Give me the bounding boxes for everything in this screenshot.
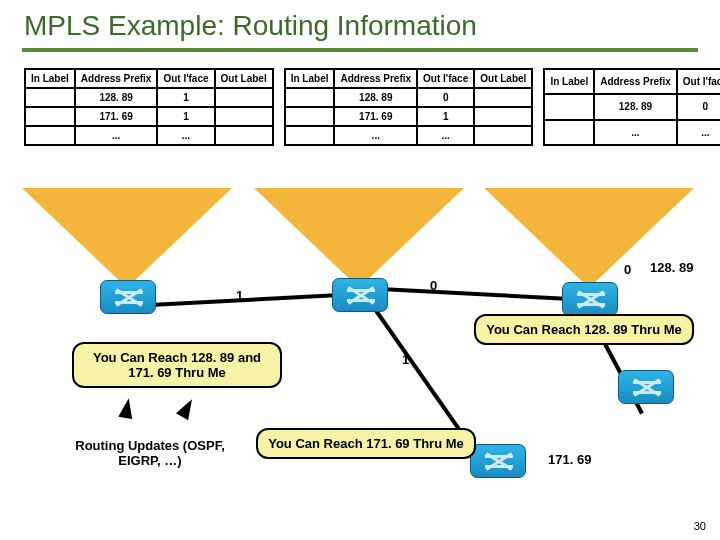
page-title: MPLS Example: Routing Information: [0, 0, 720, 42]
hdr-out-iface: Out I'face: [157, 69, 214, 88]
table-row: 128. 891: [25, 88, 273, 107]
link-center-right: [380, 287, 570, 301]
hdr-out-iface: Out I'face: [677, 69, 720, 94]
table-row: 171. 691: [25, 107, 273, 126]
router-icon: [332, 278, 388, 312]
hdr-out-label: Out Label: [215, 69, 273, 88]
speech-bubble: You Can Reach 171. 69 Thru Me: [256, 428, 476, 459]
table-row: In Label Address Prefix Out I'face Out L…: [25, 69, 273, 88]
routing-tables: In Label Address Prefix Out I'face Out L…: [0, 52, 720, 146]
hdr-out-iface: Out I'face: [417, 69, 474, 88]
hdr-addr: Address Prefix: [334, 69, 417, 88]
table-row: 171. 691: [285, 107, 533, 126]
table-left: In Label Address Prefix Out I'face Out L…: [24, 68, 274, 146]
routing-updates-label: Routing Updates (OSPF, EIGRP, …): [60, 438, 240, 468]
hdr-addr: Address Prefix: [75, 69, 158, 88]
port-label: 0: [430, 278, 437, 293]
table-right: In Label Address Prefix Out I'face Out L…: [543, 68, 720, 146]
wedge-left: [22, 188, 232, 288]
router-icon: [618, 370, 674, 404]
arrow-icon: [118, 397, 135, 419]
port-label: 0: [624, 262, 631, 277]
table-row: ......: [25, 126, 273, 145]
link-left-center: [150, 293, 340, 307]
network-label: 128. 89: [650, 260, 693, 275]
hdr-in-label: In Label: [25, 69, 75, 88]
hdr-out-label: Out Label: [474, 69, 532, 88]
port-label: 1: [236, 288, 243, 303]
speech-bubble: You Can Reach 128. 89 Thru Me: [474, 314, 694, 345]
network-label: 171. 69: [548, 452, 591, 467]
page-number: 30: [694, 520, 706, 532]
table-row: 128. 890: [285, 88, 533, 107]
table-row: In Label Address Prefix Out I'face Out L…: [285, 69, 533, 88]
table-row: ......: [285, 126, 533, 145]
hdr-in-label: In Label: [544, 69, 594, 94]
wedge-center: [254, 188, 464, 288]
arrow-icon: [176, 396, 198, 420]
table-row: In Label Address Prefix Out I'face Out L…: [544, 69, 720, 94]
hdr-in-label: In Label: [285, 69, 335, 88]
router-icon: [100, 280, 156, 314]
hdr-addr: Address Prefix: [594, 69, 677, 94]
speech-bubble: You Can Reach 128. 89 and 171. 69 Thru M…: [72, 342, 282, 388]
table-row: ......: [544, 120, 720, 145]
table-row: 128. 890: [544, 94, 720, 119]
table-center: In Label Address Prefix Out I'face Out L…: [284, 68, 534, 146]
router-icon: [562, 282, 618, 316]
port-label: 1: [402, 352, 409, 367]
router-icon: [470, 444, 526, 478]
